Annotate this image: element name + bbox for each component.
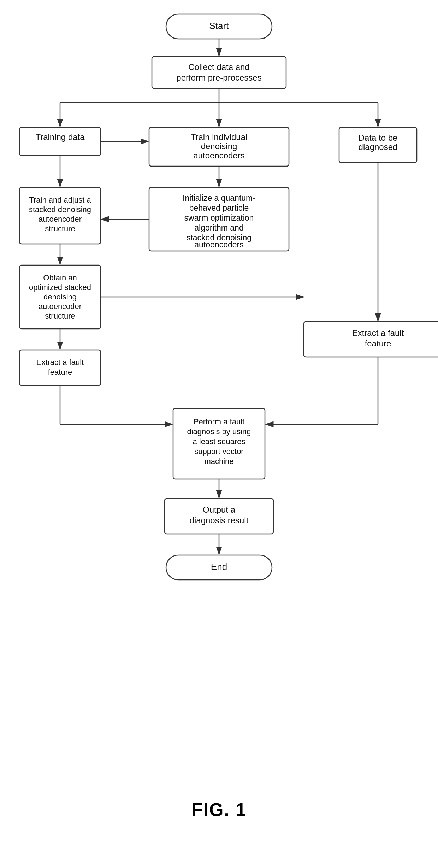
svg-text:behaved particle: behaved particle [189, 203, 249, 212]
flowchart-svg: Start Collect data and perform pre-proce… [0, 0, 438, 806]
svg-text:Initialize a quantum-: Initialize a quantum- [183, 193, 255, 203]
svg-text:feature: feature [48, 368, 72, 377]
svg-text:autoencoders: autoencoders [193, 151, 244, 160]
svg-text:Extract a fault: Extract a fault [352, 328, 404, 338]
svg-text:algorithm and: algorithm and [194, 223, 243, 232]
svg-text:Extract a fault: Extract a fault [36, 358, 84, 367]
svg-text:Obtain an: Obtain an [43, 273, 77, 282]
svg-text:feature: feature [365, 339, 391, 348]
svg-text:perform pre-processes: perform pre-processes [176, 73, 261, 82]
svg-text:diagnosis by using: diagnosis by using [187, 427, 251, 436]
svg-text:diagnosed: diagnosed [359, 142, 398, 152]
svg-text:Start: Start [209, 21, 229, 31]
svg-text:Collect data and: Collect data and [188, 62, 249, 72]
svg-text:stacked denoising: stacked denoising [29, 205, 91, 214]
svg-text:structure: structure [45, 224, 75, 233]
svg-text:Train individual: Train individual [191, 132, 248, 142]
svg-text:End: End [211, 561, 227, 572]
svg-text:optimized stacked: optimized stacked [29, 283, 91, 292]
svg-text:Output a: Output a [203, 505, 236, 514]
svg-text:support vector: support vector [194, 447, 243, 456]
svg-text:denoising: denoising [201, 141, 237, 151]
svg-text:Perform a fault: Perform a fault [194, 417, 244, 426]
svg-text:structure: structure [45, 311, 75, 320]
fig-label-container: FIG. 1 [0, 799, 438, 820]
svg-text:denoising: denoising [43, 292, 77, 301]
svg-text:Data to be: Data to be [359, 133, 398, 142]
svg-text:autoencoder: autoencoder [39, 215, 82, 223]
svg-text:a least squares: a least squares [193, 437, 245, 446]
fig-label: FIG. 1 [191, 799, 247, 820]
svg-text:Train and adjust a: Train and adjust a [29, 196, 91, 204]
svg-text:Training data: Training data [35, 132, 85, 142]
svg-text:autoencoder: autoencoder [39, 302, 82, 311]
svg-text:machine: machine [204, 457, 233, 466]
svg-text:autoencoders: autoencoders [194, 240, 243, 249]
svg-rect-5 [152, 57, 286, 88]
svg-text:swarm optimization: swarm optimization [184, 213, 254, 222]
svg-text:diagnosis result: diagnosis result [190, 515, 249, 525]
diagram-container: Start Collect data and perform pre-proce… [0, 0, 438, 831]
